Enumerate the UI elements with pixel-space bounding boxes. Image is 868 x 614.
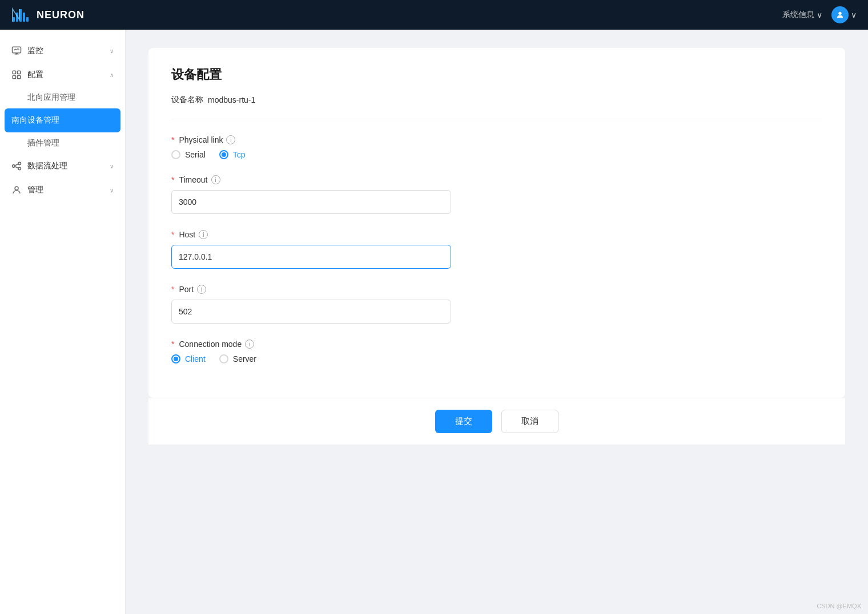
host-label: * Host i [171, 230, 822, 239]
svg-rect-9 [18, 71, 21, 74]
page-title: 设备配置 [171, 66, 822, 83]
radio-tcp[interactable]: Tcp [219, 150, 246, 159]
timeout-info-icon[interactable]: i [211, 175, 220, 184]
dataflow-chevron-icon: ∨ [110, 163, 114, 169]
svg-rect-3 [23, 13, 25, 22]
port-info-icon[interactable]: i [197, 285, 206, 294]
connection-mode-label: * Connection mode i [171, 340, 822, 349]
svg-rect-8 [13, 71, 15, 74]
svg-rect-10 [13, 76, 15, 79]
radio-server-label: Server [233, 354, 256, 363]
sysinfo-chevron-icon: ∨ [817, 10, 822, 19]
radio-server-circle [219, 354, 228, 363]
main-content: 设备配置 设备名称 modbus-rtu-1 * Physical link i… [126, 30, 868, 614]
sidebar-label-plugins: 插件管理 [27, 138, 59, 147]
sidebar-item-config[interactable]: 配置 ∧ [0, 63, 125, 87]
sidebar-item-northapp[interactable]: 北向应用管理 [0, 87, 125, 108]
sidebar: 监控 ∨ 配置 ∧ 北向应用管理 南向设备管理 [0, 30, 126, 614]
svg-rect-4 [26, 17, 29, 22]
config-icon [11, 70, 22, 80]
radio-tcp-circle [219, 150, 228, 159]
svg-line-16 [15, 167, 18, 168]
physical-link-info-icon[interactable]: i [226, 135, 235, 144]
host-required: * [171, 230, 174, 239]
host-input[interactable] [171, 245, 451, 269]
port-required: * [171, 285, 174, 294]
monitor-chevron-icon: ∨ [110, 48, 114, 54]
radio-server[interactable]: Server [219, 354, 256, 363]
device-name-row: 设备名称 modbus-rtu-1 [171, 95, 822, 105]
app-title: NEURON [37, 9, 85, 21]
timeout-required: * [171, 175, 174, 184]
sidebar-label-monitor: 监控 [27, 46, 43, 56]
radio-serial[interactable]: Serial [171, 150, 206, 159]
physical-link-label-text: Physical link [179, 135, 223, 144]
sidebar-item-dataflow[interactable]: 数据流处理 ∨ [0, 154, 125, 178]
port-label: * Port i [171, 285, 822, 294]
timeout-label: * Timeout i [171, 175, 822, 184]
config-chevron-icon: ∧ [110, 72, 114, 78]
host-section: * Host i [171, 230, 822, 269]
dataflow-icon [11, 161, 22, 171]
sidebar-label-southdev: 南向设备管理 [11, 115, 59, 126]
sidebar-item-monitor[interactable]: 监控 ∨ [0, 39, 125, 63]
monitor-icon [11, 46, 22, 56]
footer-bar: 提交 取消 [148, 398, 845, 445]
sidebar-item-southdev[interactable]: 南向设备管理 [5, 108, 120, 132]
radio-serial-label: Serial [185, 150, 206, 159]
radio-tcp-label: Tcp [233, 150, 246, 159]
user-menu-button[interactable]: ∨ [831, 6, 857, 23]
physical-link-radio-group: Serial Tcp [171, 150, 822, 159]
logo: NEURON [11, 7, 85, 23]
sidebar-label-northapp: 北向应用管理 [27, 92, 75, 102]
connection-mode-section: * Connection mode i Client Server [171, 340, 822, 363]
svg-point-13 [18, 162, 21, 165]
device-name-label: 设备名称 [171, 95, 203, 105]
layout: 监控 ∨ 配置 ∧ 北向应用管理 南向设备管理 [0, 30, 868, 614]
logo-icon [11, 7, 32, 23]
port-label-text: Port [179, 285, 194, 294]
svg-point-17 [15, 187, 18, 190]
avatar [831, 6, 849, 23]
radio-serial-circle [171, 150, 180, 159]
timeout-section: * Timeout i [171, 175, 822, 214]
connection-mode-info-icon[interactable]: i [245, 340, 254, 349]
content-card: 设备配置 设备名称 modbus-rtu-1 * Physical link i… [148, 48, 845, 398]
connection-mode-label-text: Connection mode [179, 340, 242, 349]
radio-client-circle [171, 354, 180, 363]
sidebar-item-manage[interactable]: 管理 ∨ [0, 178, 125, 202]
host-info-icon[interactable]: i [199, 230, 208, 239]
timeout-label-text: Timeout [179, 175, 207, 184]
user-chevron-icon: ∨ [851, 10, 857, 19]
physical-link-required: * [171, 135, 174, 144]
physical-link-label: * Physical link i [171, 135, 822, 144]
cancel-button[interactable]: 取消 [501, 410, 558, 433]
topnav: NEURON 系统信息 ∨ ∨ [0, 0, 868, 30]
manage-chevron-icon: ∨ [110, 187, 114, 193]
physical-link-section: * Physical link i Serial Tcp [171, 135, 822, 159]
sysinfo-label: 系统信息 [782, 10, 814, 20]
host-label-text: Host [179, 230, 195, 239]
radio-client-label: Client [185, 354, 206, 363]
sysinfo-button[interactable]: 系统信息 ∨ [782, 10, 822, 20]
sidebar-item-plugins[interactable]: 插件管理 [0, 132, 125, 154]
svg-rect-11 [18, 76, 21, 79]
sidebar-label-config: 配置 [27, 70, 43, 80]
timeout-input[interactable] [171, 190, 451, 214]
port-input[interactable] [171, 300, 451, 324]
device-name-value: modbus-rtu-1 [208, 95, 255, 104]
svg-line-15 [15, 164, 18, 165]
radio-client[interactable]: Client [171, 354, 206, 363]
connection-mode-required: * [171, 340, 174, 349]
topnav-right: 系统信息 ∨ ∨ [782, 6, 857, 23]
submit-button[interactable]: 提交 [435, 410, 492, 433]
connection-mode-radio-group: Client Server [171, 354, 822, 363]
svg-point-12 [13, 165, 15, 168]
port-section: * Port i [171, 285, 822, 324]
sidebar-label-manage: 管理 [27, 185, 43, 195]
watermark: CSDN @EMQX [817, 603, 861, 609]
sidebar-label-dataflow: 数据流处理 [27, 161, 67, 171]
manage-icon [11, 185, 22, 195]
svg-point-5 [838, 12, 841, 15]
svg-point-14 [18, 167, 21, 170]
